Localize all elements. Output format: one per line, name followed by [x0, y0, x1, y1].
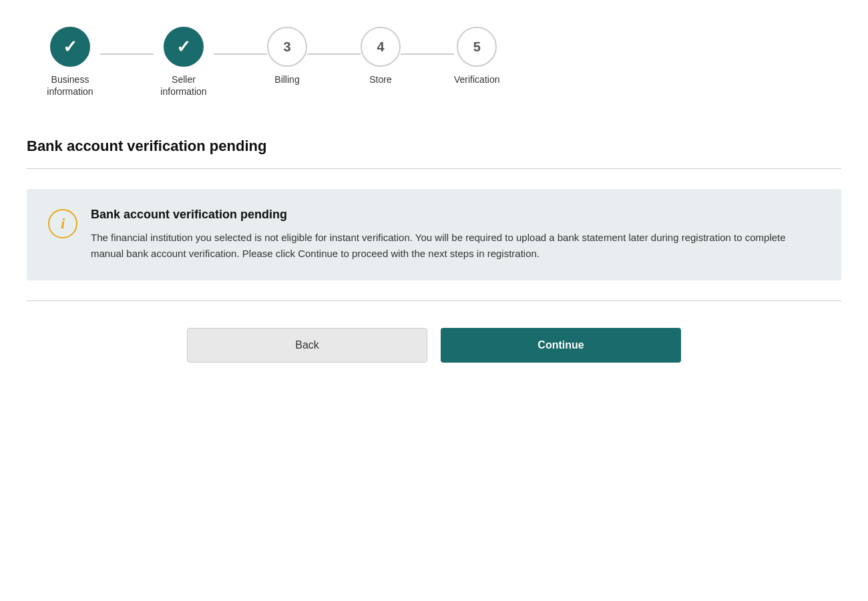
alert-content: Bank account verification pending The fi… [91, 208, 820, 262]
info-icon-wrapper: i [48, 209, 77, 238]
back-button[interactable]: Back [187, 328, 427, 363]
step-1: ✓ Business information [40, 27, 100, 97]
alert-body: The financial institution you selected i… [91, 230, 820, 262]
step-4-number: 4 [377, 39, 384, 55]
bottom-divider [27, 300, 841, 301]
step-4-circle: 4 [361, 27, 401, 67]
connector-4-5 [401, 53, 454, 55]
info-icon: i [61, 215, 65, 232]
step-1-label: Business information [40, 73, 100, 97]
button-row: Back Continue [27, 328, 841, 363]
step-4: 4 Store [361, 27, 401, 85]
continue-button[interactable]: Continue [441, 328, 681, 363]
alert-box: i Bank account verification pending The … [27, 189, 841, 280]
step-3-circle: 3 [267, 27, 307, 67]
connector-2-3 [214, 53, 267, 55]
step-1-checkmark: ✓ [63, 37, 77, 57]
alert-title: Bank account verification pending [91, 208, 820, 222]
step-2-circle: ✓ [164, 27, 204, 67]
step-1-circle: ✓ [50, 27, 90, 67]
step-5: 5 Verification [454, 27, 499, 85]
step-3-number: 3 [283, 39, 290, 55]
step-3-label: Billing [274, 73, 299, 85]
top-divider [27, 168, 841, 169]
step-5-number: 5 [473, 39, 481, 55]
step-4-label: Store [369, 73, 391, 85]
step-2: ✓ Seller information [154, 27, 214, 97]
connector-1-2 [100, 53, 154, 55]
step-2-label: Seller information [154, 73, 214, 97]
page-title: Bank account verification pending [27, 138, 841, 155]
step-2-checkmark: ✓ [176, 37, 191, 57]
step-5-label: Verification [454, 73, 499, 85]
step-3: 3 Billing [267, 27, 307, 85]
connector-3-4 [307, 53, 361, 55]
step-5-circle: 5 [457, 27, 497, 67]
stepper: ✓ Business information ✓ Seller informat… [27, 27, 841, 97]
